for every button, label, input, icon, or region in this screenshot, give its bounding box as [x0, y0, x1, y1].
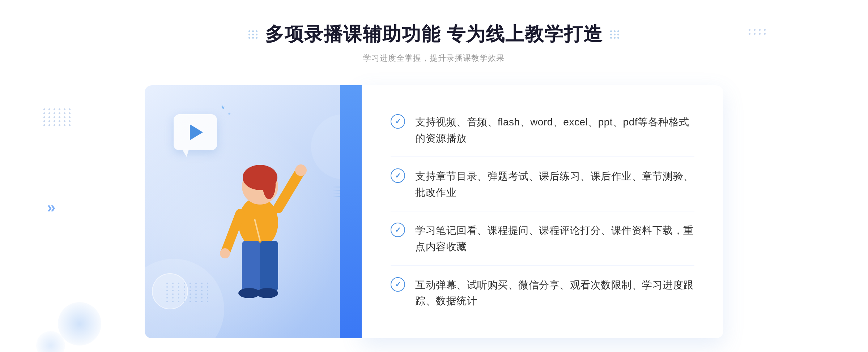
blue-bar	[340, 85, 362, 338]
decorative-circle-1	[58, 302, 101, 345]
play-icon	[190, 124, 203, 140]
feature-text-4: 互动弹幕、试听购买、微信分享、观看次数限制、学习进度跟踪、数据统计	[415, 277, 694, 310]
check-circle-2: ✓	[391, 168, 405, 183]
svg-point-11	[256, 288, 278, 298]
svg-rect-8	[242, 241, 260, 291]
check-circle-3: ✓	[391, 223, 405, 237]
double-chevron-icon: »	[47, 199, 55, 216]
check-mark-3: ✓	[395, 226, 401, 233]
feature-item-4: ✓ 互动弹幕、试听购买、微信分享、观看次数限制、学习进度跟踪、数据统计	[391, 267, 694, 320]
header-section: 多项录播课辅助功能 专为线上教学打造 学习进度全掌握，提升录播课教学效果	[248, 22, 620, 64]
page-container: » 多项录播课辅助功能 专为线上教学打造	[0, 0, 868, 352]
title-dots-left	[248, 30, 258, 39]
features-panel: ✓ 支持视频、音频、flash、word、excel、ppt、pdf等各种格式的…	[362, 85, 723, 338]
svg-point-7	[220, 248, 230, 258]
svg-line-4	[278, 172, 300, 208]
content-area: ✓ 支持视频、音频、flash、word、excel、ppt、pdf等各种格式的…	[145, 85, 723, 338]
main-title: 多项录播课辅助功能 专为线上教学打造	[265, 22, 603, 47]
svg-line-6	[226, 214, 240, 252]
title-dots-right	[610, 30, 620, 39]
feature-text-3: 学习笔记回看、课程提问、课程评论打分、课件资料下载，重点内容收藏	[415, 223, 694, 255]
check-mark-2: ✓	[395, 172, 401, 179]
decorative-dots-right	[749, 29, 767, 35]
check-circle-4: ✓	[391, 277, 405, 292]
feature-item-1: ✓ 支持视频、音频、flash、word、excel、ppt、pdf等各种格式的…	[391, 104, 694, 157]
svg-point-5	[295, 164, 307, 176]
check-mark-4: ✓	[395, 281, 401, 288]
feature-item-2: ✓ 支持章节目录、弹题考试、课后练习、课后作业、章节测验、批改作业	[391, 158, 694, 211]
check-mark-1: ✓	[395, 118, 401, 125]
person-illustration	[208, 150, 309, 338]
svg-point-3	[263, 170, 276, 199]
feature-text-2: 支持章节目录、弹题考试、课后练习、课后作业、章节测验、批改作业	[415, 168, 694, 201]
dots-grid-illustration	[166, 283, 210, 302]
star-1	[221, 105, 225, 110]
feature-item-3: ✓ 学习笔记回看、课程提问、课程评论打分、课件资料下载，重点内容收藏	[391, 213, 694, 266]
illustration-card	[145, 85, 362, 338]
svg-point-0	[238, 197, 278, 248]
star-2	[228, 112, 231, 115]
subtitle: 学习进度全掌握，提升录播课教学效果	[363, 53, 505, 64]
title-row: 多项录播课辅助功能 专为线上教学打造	[248, 22, 620, 47]
check-circle-1: ✓	[391, 114, 405, 129]
play-bubble	[174, 114, 217, 150]
svg-rect-9	[260, 241, 278, 291]
feature-text-1: 支持视频、音频、flash、word、excel、ppt、pdf等各种格式的资源…	[415, 114, 694, 147]
decorative-dots-left	[43, 108, 72, 126]
